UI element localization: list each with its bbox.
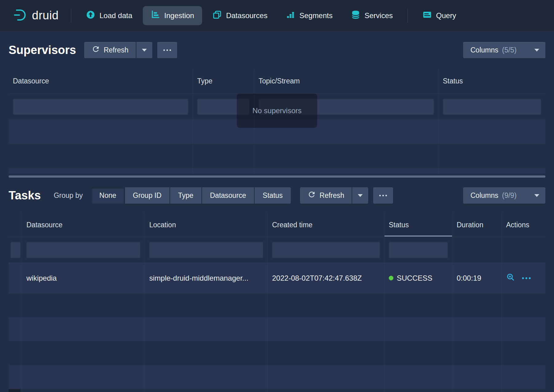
table-row	[9, 293, 545, 317]
supervisors-refresh-interval-button[interactable]	[136, 42, 152, 58]
query-icon	[423, 10, 432, 21]
table-row	[9, 317, 545, 341]
group-by-group-id-button[interactable]: Group ID	[125, 187, 170, 204]
column-header-location[interactable]: Location	[145, 213, 268, 236]
task-row-wikipedia[interactable]: wikipedia simple-druid-middlemanager... …	[9, 263, 545, 293]
columns-count: (9/9)	[502, 191, 517, 200]
nav-ingestion[interactable]: Ingestion	[143, 6, 202, 25]
tasks-more-button[interactable]	[373, 187, 393, 204]
nav-services-label: Services	[365, 11, 393, 20]
chevron-down-icon	[358, 194, 363, 197]
load-data-icon	[86, 10, 95, 21]
table-row	[9, 341, 545, 365]
group-by-none-button[interactable]: None	[92, 187, 124, 204]
tasks-columns-button[interactable]: Columns (9/9)	[463, 187, 545, 204]
group-by-type-button[interactable]: Type	[170, 187, 201, 204]
horizontal-scrollbar[interactable]	[9, 175, 545, 178]
nav-query-label: Query	[436, 11, 456, 20]
nav-segments-label: Segments	[299, 11, 333, 20]
task-id-filter-input[interactable]	[10, 242, 21, 258]
nav-segments[interactable]: Segments	[278, 6, 341, 25]
top-navbar: druid Load data Ingestion Datasources Se…	[0, 0, 554, 31]
chevron-down-icon	[142, 49, 147, 52]
columns-count: (5/5)	[502, 46, 517, 54]
task-created-time-filter-input[interactable]	[272, 242, 380, 258]
tasks-refresh-label: Refresh	[320, 191, 345, 200]
column-header-duration[interactable]: Duration	[452, 213, 502, 236]
nav-divider-2	[408, 9, 408, 23]
tasks-table: Datasource Location Created time Status …	[9, 213, 545, 392]
refresh-icon	[92, 45, 100, 55]
druid-logo[interactable]: druid	[13, 8, 59, 23]
tasks-refresh-split: Refresh	[300, 187, 369, 204]
table-row	[9, 168, 545, 174]
supervisor-status-filter-input[interactable]	[443, 98, 541, 115]
task-datasource-filter-input[interactable]	[26, 242, 140, 258]
group-by-label: Group by	[54, 191, 83, 200]
columns-label: Columns	[470, 191, 498, 200]
column-header-topic-stream[interactable]: Topic/Stream	[254, 69, 439, 93]
task-duration-cell: 0:00:19	[452, 263, 502, 293]
tasks-header: Tasks Group by None Group ID Type Dataso…	[0, 178, 554, 213]
segments-icon	[286, 10, 295, 21]
tasks-refresh-interval-button[interactable]	[352, 187, 368, 204]
tasks-filter-row	[9, 237, 545, 263]
task-details-button[interactable]	[506, 273, 515, 284]
datasources-icon	[213, 10, 222, 21]
tasks-refresh-button[interactable]: Refresh	[300, 187, 352, 204]
column-header-type[interactable]: Type	[193, 69, 254, 93]
no-supervisors-message: No supervisors	[237, 94, 317, 128]
column-header-status[interactable]: Status	[384, 213, 452, 236]
supervisors-refresh-split: Refresh	[84, 42, 153, 58]
column-header-datasource[interactable]: Datasource	[9, 69, 193, 93]
supervisors-header: Supervisors Refresh Columns (5/5)	[0, 31, 554, 69]
task-actions-menu-button[interactable]	[522, 277, 531, 279]
task-status-text: SUCCESS	[397, 274, 432, 282]
logo-text: druid	[32, 9, 59, 22]
nav-datasources[interactable]: Datasources	[205, 6, 275, 25]
chevron-down-icon	[534, 49, 539, 52]
supervisors-header-row: Datasource Type Topic/Stream Status	[9, 69, 545, 94]
table-row	[9, 389, 545, 392]
nav-query[interactable]: Query	[415, 6, 464, 25]
nav-services[interactable]: Services	[343, 6, 401, 25]
table-row	[9, 365, 545, 389]
supervisor-datasource-filter-input[interactable]	[13, 98, 188, 115]
refresh-icon	[307, 190, 316, 201]
services-icon	[351, 10, 360, 21]
more-dots-icon	[163, 49, 171, 51]
supervisors-more-button[interactable]	[157, 42, 177, 58]
magnifier-icon	[506, 273, 515, 282]
nav-divider	[71, 9, 71, 23]
more-dots-icon	[379, 195, 387, 196]
group-by-datasource-button[interactable]: Datasource	[202, 187, 254, 204]
supervisors-refresh-button[interactable]: Refresh	[84, 42, 136, 58]
nav-ingestion-label: Ingestion	[164, 11, 194, 20]
druid-logo-icon	[13, 8, 27, 23]
nav-load-data[interactable]: Load data	[78, 6, 140, 25]
column-header-status[interactable]: Status	[439, 69, 545, 93]
task-location-filter-input[interactable]	[149, 242, 263, 258]
nav-load-data-label: Load data	[99, 11, 132, 20]
column-header-created-time[interactable]: Created time	[268, 213, 384, 236]
supervisors-refresh-label: Refresh	[104, 46, 129, 54]
task-datasource-cell: wikipedia	[22, 263, 145, 293]
ingestion-icon	[151, 10, 160, 21]
supervisors-title: Supervisors	[9, 44, 76, 57]
supervisors-columns-button[interactable]: Columns (5/5)	[463, 42, 545, 58]
column-header-actions[interactable]: Actions	[502, 213, 545, 236]
status-success-dot-icon	[389, 276, 393, 280]
table-row	[9, 144, 545, 168]
tasks-title: Tasks	[9, 189, 41, 202]
supervisors-table: No supervisors Datasource Type Topic/Str…	[9, 69, 545, 174]
task-status-filter-input[interactable]	[389, 242, 448, 258]
columns-label: Columns	[470, 46, 498, 54]
group-by-status-button[interactable]: Status	[255, 187, 291, 204]
column-header-blank	[9, 213, 22, 236]
task-status-cell: SUCCESS	[384, 263, 452, 293]
horizontal-scrollbar-corner[interactable]	[9, 389, 20, 392]
column-header-datasource[interactable]: Datasource	[22, 213, 145, 236]
task-location-cell: simple-druid-middlemanager...	[145, 263, 268, 293]
task-actions-cell	[502, 263, 545, 293]
nav-datasources-label: Datasources	[226, 11, 267, 20]
